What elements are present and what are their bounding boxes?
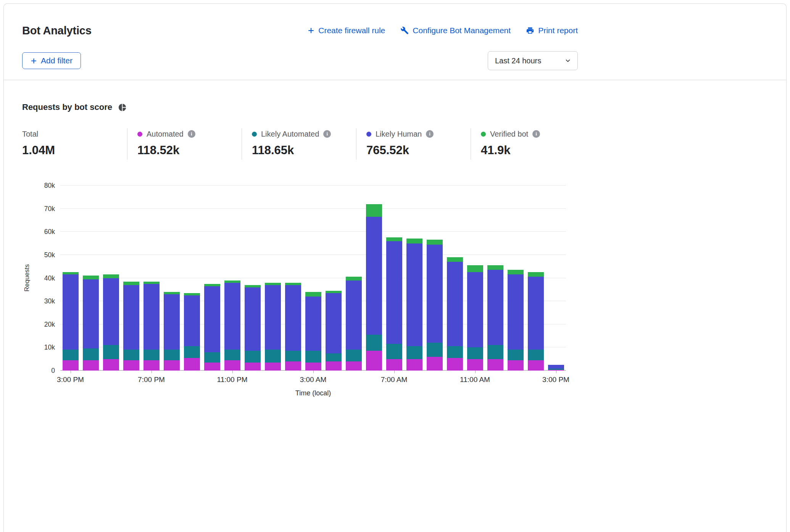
segment-verified-bot[interactable] bbox=[123, 282, 139, 285]
segment-likely-human[interactable] bbox=[427, 245, 443, 343]
segment-verified-bot[interactable] bbox=[528, 272, 544, 277]
segment-likely-human[interactable] bbox=[305, 297, 321, 351]
segment-likely-automated[interactable] bbox=[103, 345, 119, 359]
segment-automated[interactable] bbox=[326, 361, 342, 371]
segment-likely-automated[interactable] bbox=[143, 350, 160, 360]
info-icon[interactable] bbox=[426, 130, 434, 138]
segment-likely-human[interactable] bbox=[204, 286, 220, 352]
segment-likely-human[interactable] bbox=[123, 285, 139, 350]
segment-likely-human[interactable] bbox=[103, 278, 119, 345]
segment-automated[interactable] bbox=[427, 357, 443, 371]
segment-likely-automated[interactable] bbox=[427, 343, 443, 356]
bar-6[interactable] bbox=[184, 185, 200, 371]
bar-10[interactable] bbox=[265, 185, 281, 371]
segment-automated[interactable] bbox=[204, 363, 220, 371]
bar-23[interactable] bbox=[528, 185, 544, 371]
segment-verified-bot[interactable] bbox=[305, 292, 321, 297]
info-icon[interactable] bbox=[532, 130, 540, 138]
segment-likely-automated[interactable] bbox=[487, 345, 503, 359]
segment-likely-automated[interactable] bbox=[305, 351, 321, 362]
segment-automated[interactable] bbox=[245, 363, 261, 371]
print-report-link[interactable]: Print report bbox=[526, 26, 578, 35]
bar-7[interactable] bbox=[204, 185, 220, 371]
segment-verified-bot[interactable] bbox=[447, 257, 463, 262]
segment-automated[interactable] bbox=[508, 360, 524, 371]
segment-verified-bot[interactable] bbox=[83, 276, 99, 279]
bar-11[interactable] bbox=[285, 185, 301, 371]
segment-likely-automated[interactable] bbox=[346, 350, 362, 361]
segment-automated[interactable] bbox=[447, 358, 463, 371]
segment-likely-automated[interactable] bbox=[245, 351, 261, 362]
segment-automated[interactable] bbox=[386, 359, 402, 371]
segment-likely-automated[interactable] bbox=[386, 344, 402, 359]
bar-21[interactable] bbox=[487, 185, 503, 371]
bar-20[interactable] bbox=[467, 185, 483, 371]
bar-17[interactable] bbox=[406, 185, 422, 371]
segment-automated[interactable] bbox=[305, 363, 321, 371]
segment-likely-human[interactable] bbox=[366, 217, 382, 335]
segment-likely-human[interactable] bbox=[487, 270, 503, 345]
segment-automated[interactable] bbox=[143, 360, 160, 371]
segment-likely-automated[interactable] bbox=[224, 350, 240, 360]
segment-likely-automated[interactable] bbox=[508, 350, 524, 360]
bar-1[interactable] bbox=[83, 185, 99, 371]
bar-18[interactable] bbox=[427, 185, 443, 371]
segment-likely-human[interactable] bbox=[406, 243, 422, 347]
segment-verified-bot[interactable] bbox=[467, 265, 483, 272]
segment-verified-bot[interactable] bbox=[386, 237, 402, 241]
segment-likely-human[interactable] bbox=[528, 277, 544, 350]
segment-likely-automated[interactable] bbox=[285, 351, 301, 361]
segment-likely-automated[interactable] bbox=[406, 346, 422, 359]
bar-24[interactable] bbox=[548, 185, 564, 371]
segment-likely-automated[interactable] bbox=[123, 350, 139, 360]
segment-automated[interactable] bbox=[467, 359, 483, 371]
info-icon[interactable] bbox=[188, 130, 195, 138]
segment-likely-automated[interactable] bbox=[204, 352, 220, 363]
bar-12[interactable] bbox=[305, 185, 321, 371]
segment-likely-human[interactable] bbox=[346, 281, 362, 350]
bar-22[interactable] bbox=[508, 185, 524, 371]
segment-automated[interactable] bbox=[103, 359, 119, 371]
segment-likely-human[interactable] bbox=[184, 295, 200, 346]
bar-0[interactable] bbox=[63, 185, 79, 371]
segment-likely-human[interactable] bbox=[326, 293, 342, 353]
segment-likely-human[interactable] bbox=[265, 285, 281, 350]
bar-13[interactable] bbox=[326, 185, 342, 371]
segment-likely-automated[interactable] bbox=[366, 335, 382, 351]
segment-likely-human[interactable] bbox=[508, 274, 524, 350]
bar-14[interactable] bbox=[346, 185, 362, 371]
segment-verified-bot[interactable] bbox=[366, 204, 382, 217]
segment-likely-automated[interactable] bbox=[467, 347, 483, 359]
segment-likely-human[interactable] bbox=[467, 272, 483, 347]
segment-automated[interactable] bbox=[366, 351, 382, 371]
segment-likely-human[interactable] bbox=[245, 287, 261, 351]
segment-automated[interactable] bbox=[83, 360, 99, 371]
segment-automated[interactable] bbox=[406, 359, 422, 371]
segment-likely-automated[interactable] bbox=[164, 350, 180, 360]
segment-automated[interactable] bbox=[184, 358, 200, 371]
segment-likely-human[interactable] bbox=[386, 241, 402, 344]
segment-likely-automated[interactable] bbox=[528, 350, 544, 360]
bar-2[interactable] bbox=[103, 185, 119, 371]
bar-4[interactable] bbox=[143, 185, 160, 371]
segment-automated[interactable] bbox=[123, 360, 139, 371]
segment-automated[interactable] bbox=[63, 360, 79, 371]
segment-likely-human[interactable] bbox=[548, 365, 564, 369]
segment-automated[interactable] bbox=[265, 363, 281, 371]
segment-automated[interactable] bbox=[224, 360, 240, 371]
segment-verified-bot[interactable] bbox=[346, 277, 362, 280]
create-firewall-rule-link[interactable]: Create firewall rule bbox=[308, 26, 385, 35]
segment-verified-bot[interactable] bbox=[103, 274, 119, 278]
segment-verified-bot[interactable] bbox=[406, 239, 422, 243]
segment-likely-human[interactable] bbox=[224, 283, 240, 350]
segment-likely-human[interactable] bbox=[285, 285, 301, 351]
segment-verified-bot[interactable] bbox=[427, 240, 443, 244]
segment-likely-automated[interactable] bbox=[63, 350, 79, 360]
segment-likely-automated[interactable] bbox=[265, 350, 281, 362]
segment-verified-bot[interactable] bbox=[487, 265, 503, 270]
segment-automated[interactable] bbox=[285, 361, 301, 371]
info-icon[interactable] bbox=[323, 130, 331, 138]
segment-likely-human[interactable] bbox=[164, 294, 180, 350]
segment-likely-human[interactable] bbox=[63, 274, 79, 350]
segment-automated[interactable] bbox=[528, 360, 544, 371]
